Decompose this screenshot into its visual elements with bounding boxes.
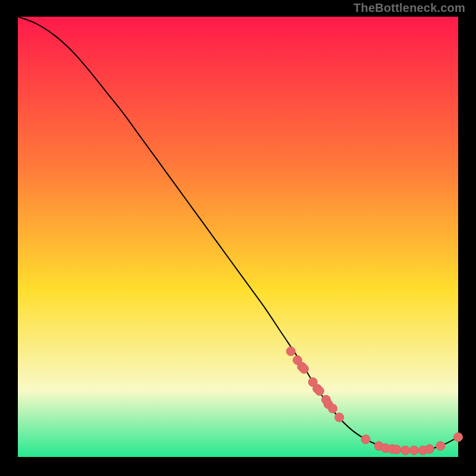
data-point — [335, 413, 344, 422]
data-point — [315, 387, 324, 396]
data-point — [436, 441, 445, 450]
data-point — [328, 404, 337, 413]
data-point — [410, 446, 419, 455]
plot-gradient-background — [18, 17, 458, 457]
data-point — [361, 435, 370, 444]
data-point — [300, 365, 309, 374]
chart-stage: TheBottleneck.com — [0, 0, 476, 476]
data-point — [392, 445, 401, 454]
data-point — [425, 444, 434, 453]
chart-svg — [0, 0, 476, 476]
data-point — [401, 446, 410, 455]
data-point — [454, 433, 463, 441]
data-point — [286, 347, 295, 356]
